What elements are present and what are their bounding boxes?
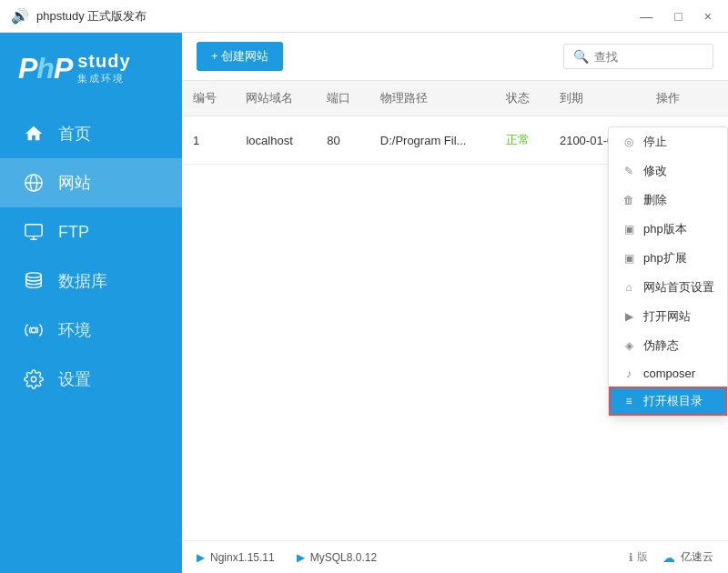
titlebar-audio-icon: 🔊 <box>11 7 29 25</box>
table-wrapper: 编号 网站域名 端口 物理路径 状态 到期 操作 1 localhost <box>182 81 728 165</box>
svg-point-7 <box>31 327 36 333</box>
ftp-icon <box>22 220 46 244</box>
sidebar-item-database-label: 数据库 <box>58 270 107 292</box>
sidebar-item-ftp[interactable]: FTP <box>0 207 182 256</box>
logo-php: PhP <box>18 52 72 85</box>
footer-cloud: ☁ 亿速云 <box>662 549 713 565</box>
dropdown-open-root-label: 打开根目录 <box>643 393 703 409</box>
dropdown-item-php-ext[interactable]: ▣ php扩展 <box>609 244 727 273</box>
home-icon <box>22 122 46 146</box>
col-path: 物理路径 <box>369 81 496 116</box>
logo-area: PhP study 集成环境 <box>0 33 182 100</box>
footer: ▶ Nginx1.15.11 ▶ MySQL8.0.12 ℹ 版 ☁ 亿速云 <box>182 540 728 573</box>
titlebar-title: phpstudy 正式版发布 <box>36 8 634 25</box>
dropdown-item-composer[interactable]: ♪ composer <box>609 360 727 387</box>
dropdown-open-site-label: 打开网站 <box>643 308 691 325</box>
titlebar: 🔊 phpstudy 正式版发布 — □ × <box>0 0 728 33</box>
sidebar-item-website[interactable]: 网站 <box>0 158 182 207</box>
nginx-label: Nginx1.15.11 <box>210 551 275 564</box>
website-icon <box>22 171 46 195</box>
dropdown-item-modify[interactable]: ✎ 修改 <box>609 156 727 186</box>
dropdown-item-homepage[interactable]: ⌂ 网站首页设置 <box>609 273 727 302</box>
php-version-icon: ▣ <box>622 223 636 236</box>
logo-subtitle: 集成环境 <box>77 72 130 85</box>
homepage-icon: ⌂ <box>622 281 636 294</box>
search-icon: 🔍 <box>573 49 589 64</box>
search-box: 🔍 <box>563 44 713 69</box>
dropdown-item-php-version[interactable]: ▣ php版本 <box>609 215 727 244</box>
dropdown-php-version-label: php版本 <box>643 221 687 237</box>
nginx-play-icon: ▶ <box>197 551 205 564</box>
trash-icon: 🗑 <box>622 194 636 206</box>
sidebar-item-env[interactable]: 环境 <box>0 306 182 355</box>
logo-study-text: study <box>77 51 130 72</box>
col-domain: 网站域名 <box>235 81 316 116</box>
version-label: 版 <box>637 549 648 565</box>
svg-point-8 <box>31 377 36 382</box>
dropdown-delete-label: 删除 <box>643 192 667 208</box>
dropdown-menu: ◎ 停止 ✎ 修改 🗑 删除 ▣ php版本 <box>608 126 728 417</box>
table-header: 编号 网站域名 端口 物理路径 状态 到期 操作 <box>182 81 728 116</box>
dropdown-pseudo-static-label: 伪静态 <box>643 337 679 354</box>
footer-right: ℹ 版 ☁ 亿速云 <box>629 549 713 565</box>
dropdown-item-open-root[interactable]: ≡ 打开根目录 <box>609 387 727 416</box>
titlebar-controls: — □ × <box>634 7 717 25</box>
cell-status: 正常 <box>495 116 548 165</box>
col-port: 端口 <box>316 81 369 116</box>
composer-icon: ♪ <box>622 367 636 380</box>
create-website-button[interactable]: + 创建网站 <box>197 42 283 71</box>
dropdown-item-pseudo-static[interactable]: ◈ 伪静态 <box>609 331 727 360</box>
sidebar-item-website-label: 网站 <box>58 172 91 194</box>
col-status: 状态 <box>495 81 548 116</box>
table-area: 编号 网站域名 端口 物理路径 状态 到期 操作 1 localhost <box>182 81 728 540</box>
sidebar-item-home[interactable]: 首页 <box>0 109 182 158</box>
sidebar-item-database[interactable]: 数据库 <box>0 256 182 306</box>
sidebar: PhP study 集成环境 首页 网站 <box>0 33 182 573</box>
dropdown-php-ext-label: php扩展 <box>643 250 687 266</box>
status-badge: 正常 <box>506 133 530 146</box>
edit-icon: ✎ <box>622 165 636 177</box>
close-button[interactable]: × <box>699 7 717 25</box>
open-root-icon: ≡ <box>622 395 636 407</box>
svg-point-6 <box>26 273 42 278</box>
database-icon <box>22 269 46 293</box>
cloud-icon: ☁ <box>662 550 675 565</box>
sidebar-item-settings[interactable]: 设置 <box>0 355 182 404</box>
dropdown-item-delete[interactable]: 🗑 删除 <box>609 186 727 215</box>
dropdown-homepage-label: 网站首页设置 <box>643 279 714 296</box>
dropdown-composer-label: composer <box>643 367 695 380</box>
footer-mysql: ▶ MySQL8.0.12 <box>297 551 377 564</box>
stop-icon: ◎ <box>622 136 636 148</box>
dropdown-item-open-site[interactable]: ▶ 打开网站 <box>609 302 727 331</box>
svg-rect-3 <box>25 225 42 236</box>
sidebar-item-ftp-label: FTP <box>58 223 89 242</box>
content-area: + 创建网站 🔍 编号 网站域名 端口 物理路径 状态 <box>182 33 728 573</box>
sidebar-item-home-label: 首页 <box>58 123 91 145</box>
dropdown-stop-label: 停止 <box>643 134 667 150</box>
mysql-play-icon: ▶ <box>297 551 305 564</box>
dropdown-item-stop[interactable]: ◎ 停止 <box>609 127 727 156</box>
app-body: PhP study 集成环境 首页 网站 <box>0 33 728 573</box>
cloud-label: 亿速云 <box>681 549 713 565</box>
dropdown-modify-label: 修改 <box>643 163 667 179</box>
col-expire: 到期 <box>549 81 645 116</box>
settings-icon <box>22 367 46 391</box>
open-site-icon: ▶ <box>622 310 636 323</box>
nav-items: 首页 网站 FTP 数据库 <box>0 100 182 573</box>
version-info-icon: ℹ <box>629 551 633 564</box>
cell-id: 1 <box>182 116 235 165</box>
toolbar: + 创建网站 🔍 <box>182 33 728 81</box>
logo-study: study 集成环境 <box>77 51 130 85</box>
minimize-button[interactable]: — <box>634 7 658 25</box>
col-id: 编号 <box>182 81 235 116</box>
env-icon <box>22 318 46 342</box>
mysql-label: MySQL8.0.12 <box>310 551 377 564</box>
maximize-button[interactable]: □ <box>669 7 687 25</box>
cell-path: D:/Program Fil... <box>369 116 496 165</box>
sidebar-item-settings-label: 设置 <box>58 368 91 390</box>
cell-port: 80 <box>316 116 369 165</box>
sidebar-item-env-label: 环境 <box>58 319 91 341</box>
pseudo-static-icon: ◈ <box>622 339 636 352</box>
footer-nginx: ▶ Nginx1.15.11 <box>197 551 275 564</box>
search-input[interactable] <box>594 50 703 64</box>
